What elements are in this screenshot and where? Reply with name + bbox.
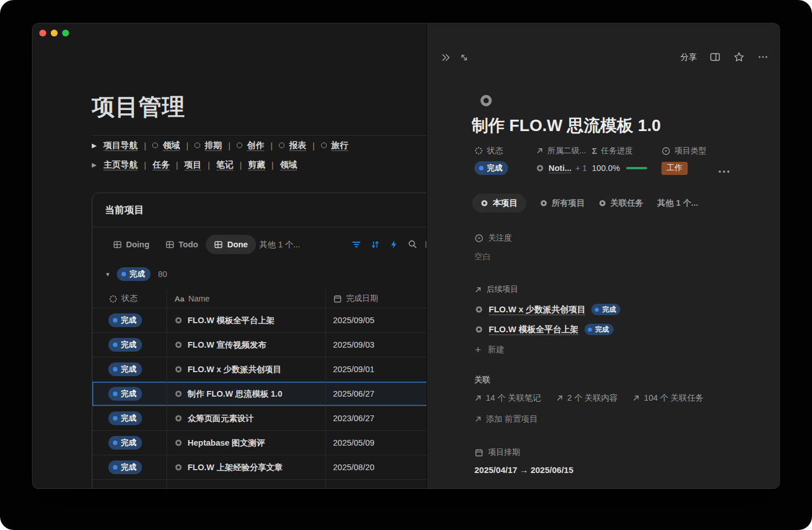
property-label[interactable]: Σ 任务进度	[592, 146, 647, 156]
property-label[interactable]: 状态	[474, 146, 508, 156]
schedule-date-range[interactable]: 2025/04/17 → 2025/06/15	[474, 465, 573, 475]
nav-link[interactable]: 领域	[280, 160, 297, 170]
page-link[interactable]: 制作 FLO.W 思流模板 1.0	[188, 389, 282, 399]
tab-doing[interactable]: Doing	[105, 235, 157, 254]
page-link[interactable]: FLO.W x 少数派共创项目	[489, 304, 586, 315]
relation-arrow-icon	[474, 286, 482, 293]
status-badge[interactable]: 完成	[108, 411, 142, 425]
more-options-icon[interactable]	[757, 51, 769, 63]
page-link[interactable]: FLO.W x 少数派共创项目	[188, 364, 281, 375]
status-badge[interactable]: 完成	[108, 313, 142, 327]
tab-all-projects[interactable]: 所有项目	[540, 194, 585, 213]
table-row[interactable]: 完成 FLO.W 模板全平台上架 2025/09/05	[92, 308, 427, 333]
schedule-property-label[interactable]: 项目排期	[474, 447, 520, 458]
table-row[interactable]: 完成 FLO.W 宣传视频发布 2025/09/03	[92, 333, 427, 357]
nav-link[interactable]: 剪藏	[248, 160, 265, 170]
followup-property-label[interactable]: 后续项目	[474, 284, 518, 295]
column-status[interactable]: 状态	[92, 290, 167, 308]
new-item-button[interactable]: + 新建	[475, 344, 505, 355]
tab-done[interactable]: Done	[206, 235, 255, 254]
relation-arrow-icon	[632, 394, 640, 402]
date-value[interactable]: 2025/09/01	[333, 365, 375, 374]
page-link[interactable]: 众筹页面元素设计	[188, 413, 254, 424]
focus-property-label[interactable]: 关注度	[474, 233, 512, 243]
nav-link[interactable]: 主页导航	[103, 160, 137, 170]
add-predecessor-button[interactable]: 添加 前置项目	[474, 414, 538, 425]
text-property-icon: Aa	[174, 295, 184, 303]
nav-link[interactable]: 项目导航	[103, 140, 137, 151]
date-value[interactable]: 2025/09/05	[333, 316, 375, 325]
followup-item[interactable]: FLO.W x 少数派共创项目 完成	[475, 304, 620, 315]
page-ring-icon-large[interactable]	[480, 94, 493, 107]
expand-page-icon[interactable]	[459, 52, 469, 63]
relation-page-link[interactable]: Noti...	[549, 164, 571, 173]
tab-this-project[interactable]: 本项目	[472, 194, 526, 213]
close-peek-icon[interactable]	[440, 52, 452, 63]
date-value[interactable]: 2025/06/27	[333, 389, 375, 398]
date-value[interactable]: 2023/06/27	[333, 414, 375, 423]
nav-link[interactable]: 领域	[163, 140, 180, 151]
tab-more[interactable]: 其他 1 个...	[657, 194, 699, 213]
nav-link[interactable]: 创作	[247, 140, 264, 151]
table-row[interactable]: 完成 FLO.W 上架经验分享文章 2025/08/20	[92, 455, 427, 480]
status-badge[interactable]: 完成	[474, 161, 508, 175]
nav-link[interactable]: 任务	[152, 160, 169, 170]
related-tasks-link[interactable]: 104 个 关联任务	[632, 393, 704, 403]
column-date[interactable]: 完成日期	[326, 290, 427, 308]
page-link[interactable]: Heptabase 图文测评	[188, 438, 265, 449]
date-value[interactable]: 2025/05/09	[333, 438, 375, 447]
status-badge[interactable]: 完成	[108, 338, 142, 352]
filter-icon[interactable]	[351, 239, 362, 250]
page-link[interactable]: FLO.W 模板全平台上架	[188, 315, 274, 326]
nav-link[interactable]: 旅行	[331, 140, 348, 151]
nav-link[interactable]: 报表	[289, 140, 306, 151]
property-label[interactable]: 项目类型	[661, 146, 707, 156]
zoom-window-button[interactable]	[62, 30, 69, 36]
page-link[interactable]: FLO.W 上架经验分享文章	[188, 462, 283, 473]
table-row[interactable]: 完成 众筹页面元素设计 2023/06/27	[92, 406, 427, 431]
tab-related-tasks[interactable]: 关联任务	[599, 194, 644, 213]
group-toggle-icon[interactable]: ▼	[105, 271, 111, 278]
relation-more-count[interactable]: + 1	[575, 164, 587, 173]
side-peek-layout-icon[interactable]	[709, 51, 721, 63]
toggle-collapsed-icon[interactable]: ▶	[92, 161, 96, 169]
tab-todo[interactable]: Todo	[157, 235, 206, 254]
ring-icon	[237, 142, 242, 148]
more-properties-icon[interactable]: •••	[718, 167, 732, 176]
nav-link[interactable]: 项目	[184, 160, 201, 170]
table-row[interactable]: 完成 Heptabase 图文测评 2025/05/09	[92, 431, 427, 455]
nav-link[interactable]: 排期	[205, 140, 222, 151]
nav-link[interactable]: 笔记	[216, 160, 233, 170]
related-notes-link[interactable]: 14 个 关联笔记	[474, 393, 541, 403]
date-value[interactable]: 2025/08/20	[333, 463, 375, 472]
status-badge[interactable]: 完成	[108, 460, 142, 474]
status-badge[interactable]: 完成	[108, 362, 142, 376]
sort-icon[interactable]	[370, 239, 380, 250]
toggle-collapsed-icon[interactable]: ▶	[92, 142, 96, 149]
page-link[interactable]: FLO.W 模板全平台上架	[489, 324, 579, 335]
minimize-window-button[interactable]	[51, 30, 58, 36]
date-value[interactable]: 2025/09/03	[333, 340, 375, 349]
search-icon[interactable]	[408, 239, 418, 250]
relation-arrow-icon	[474, 415, 482, 423]
focus-empty-value[interactable]: 空白	[474, 251, 491, 262]
share-button[interactable]: 分享	[680, 52, 697, 63]
page-link[interactable]: FLO.W 宣传视频发布	[188, 340, 266, 350]
property-label[interactable]: 所属二级...	[536, 146, 587, 156]
select-circle-icon	[474, 234, 484, 243]
close-window-button[interactable]	[39, 30, 46, 36]
peek-page-title[interactable]: 制作 FLO.W 思流模板 1.0	[472, 115, 661, 137]
column-name[interactable]: Aa Name	[167, 290, 326, 308]
followup-item[interactable]: FLO.W 模板全平台上架 完成	[475, 324, 614, 335]
table-row[interactable]: 完成 FLO.W x 少数派共创项目 2025/09/01	[92, 357, 427, 382]
table-row-selected[interactable]: 完成 制作 FLO.W 思流模板 1.0 2025/06/27	[92, 382, 427, 406]
automation-lightning-icon[interactable]	[389, 239, 399, 250]
more-views-button[interactable]: 其他 1 个...	[259, 239, 301, 250]
tag-work[interactable]: 工作	[661, 162, 688, 175]
status-badge[interactable]: 完成	[108, 387, 142, 401]
related-content-link[interactable]: 2 个 关联内容	[556, 393, 618, 403]
status-badge[interactable]: 完成	[108, 436, 142, 450]
page-ring-icon	[475, 305, 483, 313]
group-status-badge[interactable]: 完成	[117, 267, 151, 281]
favorite-star-icon[interactable]	[733, 51, 745, 63]
